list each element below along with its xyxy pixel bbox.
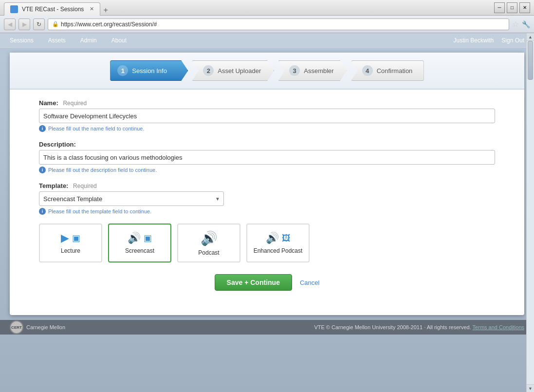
lecture-video-icon: ▶ bbox=[61, 232, 69, 244]
template-select[interactable]: Screencast Template Lecture Template Pod… bbox=[39, 191, 224, 206]
nav-signout[interactable]: Sign Out bbox=[501, 37, 524, 44]
enhanced-audio-icon: 🔊 bbox=[266, 232, 279, 244]
template-select-wrapper: Screencast Template Lecture Template Pod… bbox=[39, 191, 224, 206]
step-1-label: Session Info bbox=[132, 67, 167, 75]
nav-right: Justin Beckwith Sign Out bbox=[454, 37, 524, 44]
scroll-down-button[interactable]: ▼ bbox=[527, 384, 534, 392]
save-continue-button[interactable]: Save + Continue bbox=[215, 274, 292, 291]
screencast-audio-icon: 🔊 bbox=[128, 232, 141, 244]
template-group: Template: Required Screencast Template L… bbox=[39, 182, 495, 215]
name-group: Name: Required i Please fill out the nam… bbox=[39, 99, 495, 132]
lecture-label: Lecture bbox=[61, 247, 80, 254]
step-3-num: 3 bbox=[289, 65, 300, 76]
nav-admin[interactable]: Admin bbox=[80, 37, 97, 44]
description-group: Description: i Please fill out the descr… bbox=[39, 141, 495, 173]
footer-copyright: VTE © Carnegie Mellon University 2008-20… bbox=[314, 324, 471, 330]
page-footer: CERT Carnegie Mellon VTE © Carnegie Mell… bbox=[0, 320, 534, 335]
cmu-label: Carnegie Mellon bbox=[26, 324, 65, 330]
step-4-num: 4 bbox=[362, 65, 373, 76]
scroll-track bbox=[527, 41, 534, 384]
window-controls: ─ □ ✕ bbox=[494, 2, 530, 13]
podcast-audio-icon: 🔊 bbox=[201, 230, 218, 246]
form-area: Name: Required i Please fill out the nam… bbox=[10, 90, 524, 300]
lecture-card-icons: ▶ ▣ bbox=[61, 232, 80, 244]
enhanced-image-icon: 🖼 bbox=[282, 233, 291, 243]
step-3[interactable]: 3 Assembler bbox=[278, 60, 347, 81]
step-4-label: Confirmation bbox=[377, 67, 413, 75]
template-required: Required bbox=[73, 183, 97, 189]
wrench-icon[interactable]: 🔧 bbox=[522, 20, 530, 28]
name-info-icon: i bbox=[39, 125, 46, 132]
description-info-icon: i bbox=[39, 167, 46, 173]
enhanced-podcast-card[interactable]: 🔊 🖼 Enhanced Podcast bbox=[246, 224, 310, 262]
step-1-num: 1 bbox=[117, 65, 128, 76]
tab-title: VTE RECast - Sessions bbox=[22, 6, 84, 13]
wizard-steps: 1 Session Info 2 Asset Uploader 3 Assemb… bbox=[10, 53, 524, 90]
name-hint: i Please fill out the name field to cont… bbox=[39, 125, 495, 132]
nav-about[interactable]: About bbox=[111, 37, 127, 44]
url-text: https://www.cert.org/recast/Session/# bbox=[61, 21, 157, 28]
podcast-card[interactable]: 🔊 Podcast bbox=[177, 224, 240, 262]
maximize-button[interactable]: □ bbox=[507, 2, 517, 13]
screencast-screen-icon: ▣ bbox=[144, 233, 152, 243]
name-required: Required bbox=[63, 100, 87, 107]
cert-logo: CERT Carnegie Mellon bbox=[10, 320, 65, 334]
nav-sessions[interactable]: Sessions bbox=[10, 37, 34, 44]
tab-favicon bbox=[10, 5, 18, 13]
title-bar-content: VTE RECast - Sessions ✕ + ─ □ ✕ bbox=[4, 0, 530, 16]
template-cards: ▶ ▣ Lecture 🔊 ▣ Screencast bbox=[39, 224, 495, 262]
footer-terms-link[interactable]: Terms and Conditions bbox=[473, 324, 524, 330]
close-button[interactable]: ✕ bbox=[519, 2, 530, 13]
page-background: Sessions Assets Admin About Justin Beckw… bbox=[0, 33, 534, 392]
lecture-card[interactable]: ▶ ▣ Lecture bbox=[39, 224, 102, 262]
step-4[interactable]: 4 Confirmation bbox=[351, 60, 424, 81]
screencast-card[interactable]: 🔊 ▣ Screencast bbox=[108, 224, 171, 262]
screencast-label: Screencast bbox=[125, 247, 154, 254]
step-2-num: 2 bbox=[203, 65, 214, 76]
step-1[interactable]: 1 Session Info bbox=[110, 60, 188, 81]
footer-right: VTE © Carnegie Mellon University 2008-20… bbox=[314, 324, 524, 330]
active-tab[interactable]: VTE RECast - Sessions ✕ bbox=[4, 2, 100, 16]
description-label: Description: bbox=[39, 141, 495, 148]
browser-window: VTE RECast - Sessions ✕ + ─ □ ✕ ◀ ▶ ↻ 🔒 … bbox=[0, 0, 534, 392]
page-nav: Sessions Assets Admin About Justin Beckw… bbox=[0, 33, 534, 48]
name-input[interactable] bbox=[39, 109, 495, 123]
ssl-lock-icon: 🔒 bbox=[52, 21, 59, 27]
description-hint: i Please fill out the description field … bbox=[39, 167, 495, 173]
title-bar: VTE RECast - Sessions ✕ + ─ □ ✕ bbox=[0, 0, 534, 16]
tab-strip: VTE RECast - Sessions ✕ + bbox=[4, 0, 111, 16]
name-label: Name: Required bbox=[39, 99, 495, 107]
screencast-card-icons: 🔊 ▣ bbox=[128, 232, 152, 244]
cancel-link[interactable]: Cancel bbox=[300, 279, 319, 286]
description-input[interactable] bbox=[39, 150, 495, 165]
scrollbar[interactable]: ▲ ▼ bbox=[526, 33, 534, 392]
forward-button[interactable]: ▶ bbox=[18, 19, 30, 30]
step-2[interactable]: 2 Asset Uploader bbox=[192, 60, 274, 81]
enhanced-podcast-label: Enhanced Podcast bbox=[254, 247, 303, 254]
step-2-label: Asset Uploader bbox=[218, 67, 261, 75]
template-hint: i Please fill out the template field to … bbox=[39, 208, 495, 215]
step-3-label: Assembler bbox=[304, 67, 333, 75]
main-card: 1 Session Info 2 Asset Uploader 3 Assemb… bbox=[10, 53, 524, 315]
new-tab-button[interactable]: + bbox=[100, 5, 110, 16]
minimize-button[interactable]: ─ bbox=[494, 2, 505, 13]
podcast-card-icons: 🔊 bbox=[201, 230, 218, 246]
podcast-label: Podcast bbox=[198, 249, 219, 256]
template-info-icon: i bbox=[39, 208, 46, 215]
scroll-up-button[interactable]: ▲ bbox=[527, 33, 534, 41]
action-row: Save + Continue Cancel bbox=[39, 274, 495, 291]
bookmark-star-icon[interactable]: ☆ bbox=[512, 19, 519, 29]
lecture-screen-icon: ▣ bbox=[72, 233, 80, 243]
nav-user[interactable]: Justin Beckwith bbox=[454, 37, 494, 44]
url-bar[interactable]: 🔒 https://www.cert.org/recast/Session/# bbox=[48, 19, 509, 30]
nav-assets[interactable]: Assets bbox=[48, 37, 66, 44]
enhanced-podcast-card-icons: 🔊 🖼 bbox=[266, 232, 291, 244]
address-bar: ◀ ▶ ↻ 🔒 https://www.cert.org/recast/Sess… bbox=[0, 16, 534, 33]
cert-badge-icon: CERT bbox=[10, 320, 23, 334]
tab-close-button[interactable]: ✕ bbox=[90, 6, 94, 12]
reload-button[interactable]: ↻ bbox=[33, 19, 45, 30]
back-button[interactable]: ◀ bbox=[4, 19, 16, 30]
template-label: Template: Required bbox=[39, 182, 495, 189]
scroll-thumb[interactable] bbox=[528, 41, 533, 80]
